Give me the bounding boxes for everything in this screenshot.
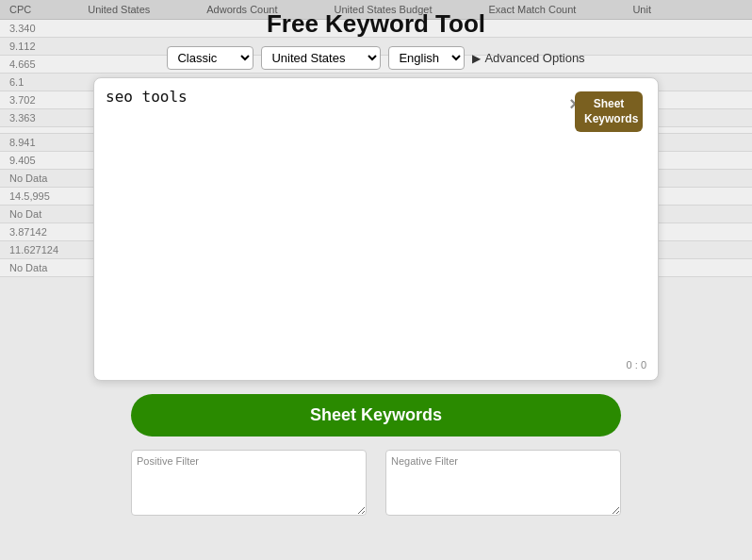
positive-filter-input[interactable] (131, 450, 367, 516)
sheet-keywords-main-button[interactable]: Sheet Keywords (131, 394, 621, 436)
play-icon: ▶ (472, 52, 481, 65)
negative-filter-box: Negative Filter (385, 450, 621, 519)
positive-filter-box: Positive Filter (131, 450, 367, 519)
language-select[interactable]: EnglishSpanishFrenchGerman (388, 46, 465, 70)
overlay-panel: Free Keyword Tool ClassicAdvanced United… (0, 0, 752, 560)
textarea-wrapper: seo tools × Sheet Keywords (106, 88, 646, 355)
char-count: 0 : 0 (106, 359, 646, 371)
mode-select[interactable]: ClassicAdvanced (167, 46, 253, 70)
advanced-options[interactable]: ▶ Advanced Options (472, 51, 584, 65)
toolbar: ClassicAdvanced United StatesUnited King… (167, 46, 584, 70)
page-title: Free Keyword Tool (267, 9, 485, 39)
input-panel: seo tools × Sheet Keywords 0 : 0 (93, 77, 659, 381)
keyword-input[interactable]: seo tools (106, 88, 646, 352)
filter-row: Positive Filter Negative Filter (131, 450, 621, 519)
country-select[interactable]: United StatesUnited KingdomCanadaAustral… (261, 46, 381, 70)
negative-filter-input[interactable] (385, 450, 621, 516)
advanced-options-label: Advanced Options (484, 51, 584, 65)
sheet-keywords-small-button[interactable]: Sheet Keywords (575, 91, 643, 132)
